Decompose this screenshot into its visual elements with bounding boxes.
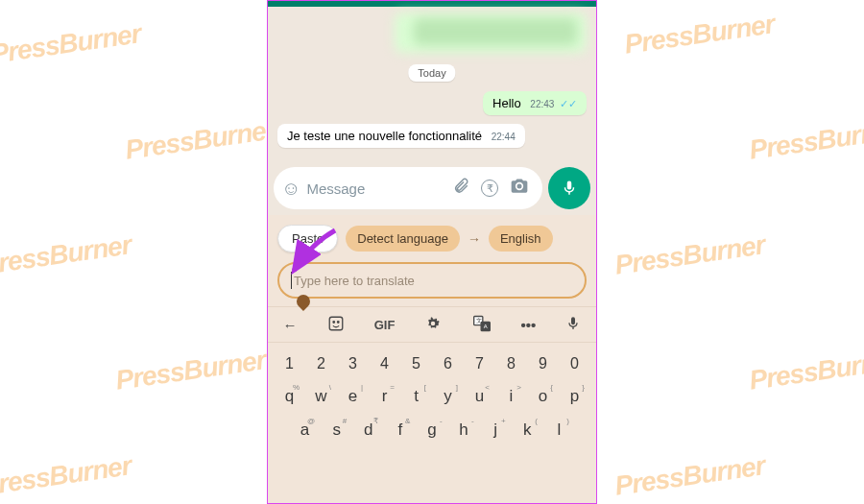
translate-input[interactable]: Type here to translate — [277, 262, 587, 299]
key-t[interactable]: t[ — [400, 381, 432, 412]
key-o[interactable]: o{ — [527, 381, 559, 412]
key-g[interactable]: g- — [416, 415, 447, 445]
translate-icon[interactable]: 文A — [472, 314, 492, 336]
key-f[interactable]: f& — [384, 415, 416, 445]
key-y[interactable]: y] — [432, 381, 464, 412]
date-separator: Today — [408, 64, 455, 82]
qwerty-row-2: a@s#d₹f&g-h-j+k(l) — [274, 415, 590, 445]
target-language-pill[interactable]: English — [489, 226, 553, 252]
keyboard-zone: Paste Detect language → English Type her… — [268, 215, 596, 503]
settings-icon[interactable] — [424, 315, 442, 335]
key-1[interactable]: 1 — [274, 349, 305, 378]
message-composer: ☺ Message ₹ — [274, 167, 590, 209]
message-incoming[interactable]: Je teste une nouvelle fonctionnalité 22:… — [277, 124, 525, 148]
rupee-icon[interactable]: ₹ — [481, 180, 498, 197]
key-e[interactable]: e| — [337, 381, 369, 412]
read-receipt-icon: ✓✓ — [560, 98, 577, 109]
key-s[interactable]: s# — [321, 415, 352, 445]
svg-text:文: 文 — [476, 317, 482, 324]
key-l[interactable]: l) — [543, 415, 575, 445]
source-language-pill[interactable]: Detect language — [346, 226, 460, 252]
more-icon[interactable]: ••• — [521, 317, 537, 333]
message-text: Hello — [492, 96, 521, 110]
camera-icon[interactable] — [510, 177, 529, 200]
key-0[interactable]: 0 — [559, 349, 590, 378]
key-4[interactable]: 4 — [369, 349, 400, 378]
svg-text:A: A — [483, 324, 487, 329]
back-icon[interactable]: ← — [283, 317, 298, 333]
voice-icon[interactable] — [565, 316, 581, 334]
message-outgoing[interactable]: Hello 22:43 ✓✓ — [483, 91, 587, 115]
watermark: PressBurner — [124, 114, 277, 166]
key-a[interactable]: a@ — [289, 415, 321, 445]
emoji-icon[interactable]: ☺ — [281, 178, 300, 200]
key-h[interactable]: h- — [448, 415, 480, 445]
arrow-right-icon[interactable]: → — [468, 231, 481, 247]
key-9[interactable]: 9 — [527, 349, 559, 378]
svg-point-1 — [333, 321, 335, 323]
key-i[interactable]: i> — [495, 381, 527, 412]
key-u[interactable]: u< — [464, 381, 495, 412]
watermark: PressBurner — [0, 18, 143, 70]
watermark: PressBurner — [748, 114, 864, 166]
key-8[interactable]: 8 — [495, 349, 527, 378]
message-time: 22:44 — [492, 132, 516, 142]
message-time: 22:43 — [530, 99, 554, 109]
watermark: PressBurner — [623, 9, 777, 60]
key-w[interactable]: w\ — [305, 381, 337, 412]
keyboard-keys: 1234567890 q%w\e|r=t[y]u<i>o{p} a@s#d₹f&… — [268, 343, 596, 452]
watermark: PressBurner — [748, 345, 864, 396]
key-2[interactable]: 2 — [305, 349, 337, 378]
key-6[interactable]: 6 — [432, 349, 464, 378]
key-3[interactable]: 3 — [337, 349, 369, 378]
translate-placeholder: Type here to translate — [294, 274, 415, 288]
translate-bar: Paste Detect language → English — [268, 215, 596, 256]
message-input[interactable]: ☺ Message ₹ — [274, 167, 542, 209]
text-caret — [291, 272, 292, 289]
key-p[interactable]: p} — [559, 381, 590, 412]
paste-button[interactable]: Paste — [277, 225, 338, 252]
key-q[interactable]: q% — [274, 381, 305, 412]
message-text: Je teste une nouvelle fonctionnalité — [287, 129, 482, 143]
message-placeholder: Message — [306, 180, 446, 197]
attach-icon[interactable] — [452, 178, 469, 199]
chat-area[interactable]: Today Hello 22:43 ✓✓ Je teste une nouvel… — [268, 7, 596, 215]
key-d[interactable]: d₹ — [352, 415, 384, 445]
phone-frame: Today Hello 22:43 ✓✓ Je teste une nouvel… — [267, 0, 597, 504]
watermark: PressBurner — [114, 345, 268, 396]
key-j[interactable]: j+ — [480, 415, 512, 445]
sticker-icon[interactable] — [327, 315, 345, 335]
svg-point-2 — [337, 321, 339, 323]
key-5[interactable]: 5 — [400, 349, 432, 378]
blurred-message-text — [414, 18, 577, 45]
key-r[interactable]: r= — [369, 381, 400, 412]
keyboard-toolbar: ← GIF 文A ••• — [268, 306, 596, 343]
watermark: PressBurner — [0, 229, 133, 281]
watermark: PressBurner — [613, 450, 767, 502]
qwerty-row-1: q%w\e|r=t[y]u<i>o{p} — [274, 381, 590, 412]
gif-button[interactable]: GIF — [374, 318, 396, 332]
watermark: PressBurner — [0, 450, 133, 502]
watermark: PressBurner — [613, 229, 767, 281]
mic-button[interactable] — [548, 167, 590, 209]
number-row: 1234567890 — [274, 349, 590, 378]
svg-rect-0 — [329, 317, 343, 330]
key-7[interactable]: 7 — [464, 349, 495, 378]
key-k[interactable]: k( — [512, 415, 543, 445]
